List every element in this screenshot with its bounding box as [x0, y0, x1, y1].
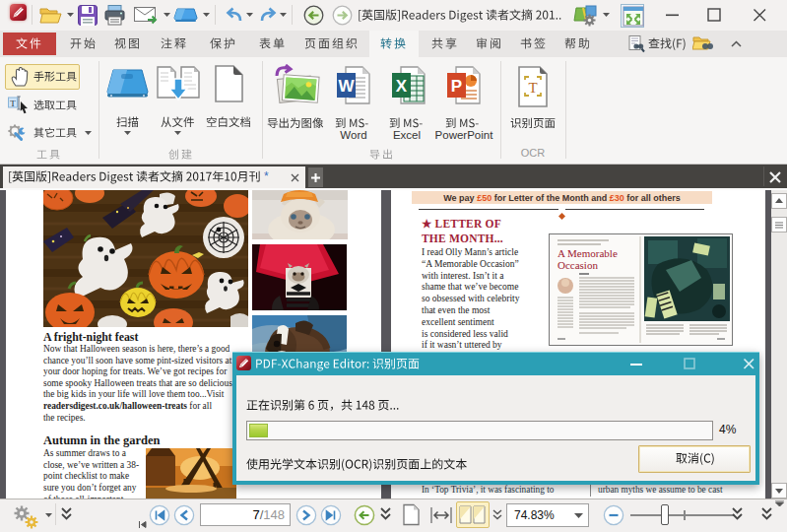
svg-text:T: T: [10, 99, 16, 108]
svg-text:A Memorable: A Memorable: [557, 247, 618, 259]
svg-text:Occasion: Occasion: [557, 259, 598, 271]
svg-text:X: X: [396, 77, 408, 96]
svg-text:P: P: [451, 77, 462, 96]
svg-text:T: T: [528, 80, 537, 96]
svg-text:W: W: [338, 77, 355, 96]
